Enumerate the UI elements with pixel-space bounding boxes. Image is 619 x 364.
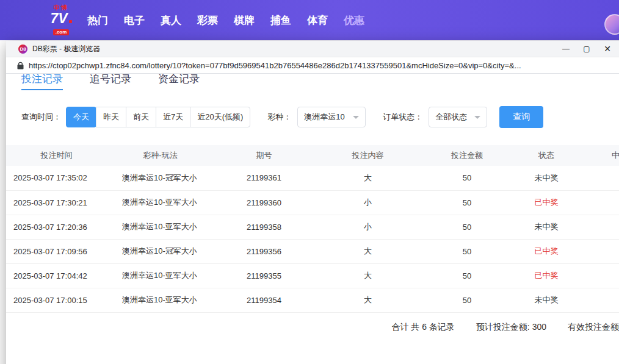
amount-cell: 50 [421,263,513,288]
amount-cell: 50 [421,288,513,312]
amount-cell: 50 [421,190,513,215]
content-cell: 大 [314,239,421,263]
logo-sub-text: .com [53,29,70,35]
nav-item-hot[interactable]: 热门 [79,13,116,27]
bet-time-cell: 2025-03-07 17:09:56 [6,239,107,263]
issue-cell: 21199358 [214,215,314,239]
game-cell: 澳洲幸运10-冠军大小 [107,239,214,263]
nav-item-cards[interactable]: 棋牌 [226,13,262,27]
status-cell: 已中奖 [513,239,580,263]
game-cell: 澳洲幸运10-亚军大小 [107,190,214,215]
prize-cell [580,190,619,215]
browser-titlebar[interactable]: D8 DB彩票 - 极速浏览器 — ▢ ✕ [6,41,619,57]
status-filter-label: 订单状态： [383,112,422,123]
col-header-content: 投注内容 [314,145,421,166]
issue-cell: 21199355 [214,263,314,288]
summary-bar: 合计 共 6 条记录 预计投注金额: 300 有效投注金额 [6,319,619,335]
lock-icon[interactable] [17,62,24,70]
table-row: 2025-03-07 17:30:21 澳洲幸运10-亚军大小 21199360… [6,190,619,215]
prize-cell [580,263,619,288]
game-cell: 澳洲幸运10-亚军大小 [107,288,214,312]
lottery-select[interactable]: 澳洲幸运10 [297,107,366,127]
nav-item-lottery[interactable]: 彩票 [189,13,226,27]
prize-cell [580,288,619,312]
chevron-down-icon [474,116,480,119]
status-cell: 未中奖 [513,166,580,190]
bet-time-cell: 2025-03-07 17:04:42 [6,263,107,288]
time-filter-label: 查询时间： [21,112,61,123]
site-nav-menu: 热门 电子 真人 彩票 棋牌 捕鱼 体育 优惠 [79,13,372,27]
col-header-amount: 投注金额 [421,145,513,166]
logo-main-text: 7V [46,12,76,26]
nav-item-fishing[interactable]: 捕鱼 [262,13,299,27]
time-range-group: 今天 昨天 前天 近7天 近20天(低频) [66,107,250,127]
amount-cell: 50 [421,215,513,239]
bet-time-cell: 2025-03-07 17:00:15 [6,288,107,312]
col-header-prize: 中 [580,145,619,166]
search-button[interactable]: 查询 [499,106,543,128]
prize-cell [580,166,619,190]
content-cell: 小 [314,215,421,239]
tab-fund-records[interactable]: 资金记录 [158,74,200,90]
filter-bar: 查询时间： 今天 昨天 前天 近7天 近20天(低频) 彩种： 澳洲幸运10 订… [21,106,619,128]
amount-cell: 50 [421,166,513,190]
page-content: 投注记录 追号记录 资金记录 查询时间： 今天 昨天 前天 近7天 近20天(低… [6,74,619,364]
minimize-icon[interactable]: — [556,41,576,57]
amount-cell: 50 [421,239,513,263]
game-cell: 澳洲幸运10-冠军大小 [107,166,214,190]
time-option-7days[interactable]: 近7天 [156,107,190,127]
status-select-value: 全部状态 [435,112,467,123]
summary-total: 合计 共 6 条记录 [391,319,454,335]
maximize-icon[interactable]: ▢ [576,41,597,57]
bet-time-cell: 2025-03-07 17:20:36 [6,215,107,239]
tab-chase-records[interactable]: 追号记录 [90,74,131,90]
window-controls: — ▢ ✕ [556,41,618,57]
status-cell: 已中奖 [513,190,580,215]
prize-cell [580,215,619,239]
col-header-time: 投注时间 [6,145,107,166]
tab-bet-records[interactable]: 投注记录 [21,74,63,90]
table-row: 2025-03-07 17:35:02 澳洲幸运10-冠军大小 21199361… [6,166,619,190]
issue-cell: 21199360 [214,190,314,215]
lottery-filter-label: 彩种： [267,112,291,123]
table-header-row: 投注时间 彩种-玩法 期号 投注内容 投注金额 状态 中 [6,145,619,166]
address-bar[interactable]: https://ctop02pchwp1.zfnc84.com/lottery/… [6,57,619,74]
time-option-daybefore[interactable]: 前天 [126,107,156,127]
records-table: 投注时间 彩种-玩法 期号 投注内容 投注金额 状态 中 2025-03-07 … [6,145,619,313]
nav-item-live[interactable]: 真人 [153,13,189,27]
nav-item-promo[interactable]: 优惠 [336,13,372,27]
time-option-yesterday[interactable]: 昨天 [96,107,126,127]
content-cell: 小 [314,190,421,215]
col-header-status: 状态 [513,145,580,166]
content-cell: 大 [314,263,421,288]
user-avatar[interactable] [604,14,619,35]
chevron-down-icon [353,116,359,119]
bet-time-cell: 2025-03-07 17:30:21 [6,190,107,215]
col-header-game: 彩种-玩法 [107,145,214,166]
bet-time-cell: 2025-03-07 17:35:02 [6,166,107,190]
table-row: 2025-03-07 17:04:42 澳洲幸运10-亚军大小 21199355… [6,263,619,288]
order-status-select[interactable]: 全部状态 [429,107,487,127]
close-icon[interactable]: ✕ [597,41,618,57]
issue-cell: 21199361 [214,166,314,190]
time-option-today[interactable]: 今天 [66,107,96,127]
summary-valid-amount: 有效投注金额 [568,319,619,335]
favicon-icon: D8 [18,45,27,54]
prize-cell [580,239,619,263]
table-row: 2025-03-07 17:00:15 澳洲幸运10-亚军大小 21199354… [6,288,619,312]
issue-cell: 21199354 [214,288,314,312]
game-cell: 澳洲幸运10-亚军大小 [107,263,214,288]
content-cell: 大 [314,288,421,312]
screen: 申博 7V .com 热门 电子 真人 彩票 棋牌 捕鱼 体育 优惠 D8 DB… [0,0,619,364]
site-header: 申博 7V .com 热门 电子 真人 彩票 棋牌 捕鱼 体育 优惠 [0,0,619,40]
status-cell: 已中奖 [513,263,580,288]
nav-item-sports[interactable]: 体育 [299,13,336,27]
time-option-20days[interactable]: 近20天(低频) [190,107,250,127]
col-header-issue: 期号 [214,145,314,166]
nav-item-slots[interactable]: 电子 [116,13,153,27]
record-tabs: 投注记录 追号记录 资金记录 [6,74,619,90]
site-logo[interactable]: 申博 7V .com [46,5,76,35]
issue-cell: 21199356 [214,239,314,263]
summary-expected-amount: 预计投注金额: 300 [476,319,546,335]
url-text: https://ctop02pchwp1.zfnc84.com/lottery/… [29,61,521,70]
